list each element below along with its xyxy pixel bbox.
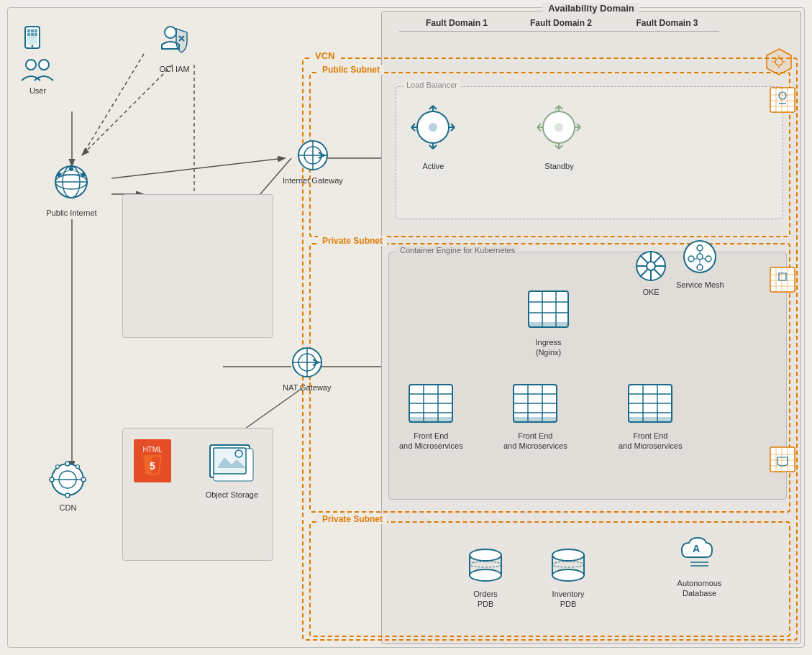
private-subnet-2-label: Private Subnet	[318, 514, 387, 524]
fault-domain-3-header: Fault Domain 3	[615, 18, 719, 32]
front-end-2-label: Front End and Microservices	[503, 431, 567, 452]
inventory-pdb-label: Inventory PDB	[552, 589, 584, 610]
object-storage-container: HTML 5 Object Storage	[122, 428, 273, 561]
container-engine-box: Container Engine for Kubernetes	[388, 252, 787, 500]
image-storage-icon	[206, 439, 257, 490]
front-end-3-label: Front End and Microservices	[619, 431, 683, 452]
front-end-3-icon	[625, 381, 675, 428]
autonomous-db-icon-box: A Autonomous Database	[676, 532, 723, 599]
container-engine-label: Container Engine for Kubernetes	[396, 246, 519, 255]
cdn-label: CDN	[60, 503, 77, 513]
load-balancer-standby-icon-box: Standby	[532, 101, 586, 171]
security-services-box	[122, 194, 273, 338]
inventory-pdb-icon-box: Inventory PDB	[547, 546, 590, 610]
user-device-icon	[22, 25, 54, 58]
top-right-hex-icon	[764, 47, 794, 77]
inventory-pdb-icon	[547, 546, 590, 586]
svg-point-144	[552, 569, 584, 581]
svg-rect-74	[214, 448, 246, 474]
svg-point-33	[165, 27, 176, 38]
public-subnet-label: Public Subnet	[318, 65, 384, 75]
svg-text:5: 5	[150, 460, 155, 472]
svg-rect-109	[529, 291, 568, 327]
orders-pdb-icon	[464, 546, 507, 586]
right-badge-middle	[769, 266, 796, 296]
internet-gateway-icon-box: Internet Gateway	[283, 138, 343, 185]
svg-rect-29	[31, 33, 34, 36]
public-internet-label: Public Internet	[46, 208, 96, 218]
object-storage-label: Object Storage	[206, 490, 258, 500]
svg-point-86	[429, 123, 437, 132]
front-end-3-icon-box: Front End and Microservices	[619, 381, 683, 452]
svg-rect-25	[27, 29, 30, 32]
svg-rect-114	[529, 322, 568, 327]
svg-marker-172	[767, 49, 791, 75]
service-mesh-label: Service Mesh	[676, 280, 724, 290]
public-internet-icon	[45, 162, 99, 205]
cdn-icon	[45, 460, 91, 500]
svg-point-139	[470, 569, 501, 581]
right-badge-top	[769, 86, 796, 116]
svg-point-83	[56, 465, 60, 469]
svg-rect-128	[514, 417, 557, 422]
nat-gateway-icon	[290, 345, 324, 380]
internet-gateway-icon	[296, 138, 330, 173]
svg-point-82	[50, 477, 54, 482]
svg-point-31	[26, 60, 36, 70]
svg-rect-158	[770, 267, 795, 292]
svg-point-32	[39, 60, 49, 70]
svg-point-80	[81, 477, 86, 482]
html5-badge: HTML 5	[134, 439, 171, 482]
internet-gateway-label: Internet Gateway	[283, 175, 343, 185]
public-internet-icon-box: Public Internet	[45, 162, 99, 218]
object-storage-icon-box: Object Storage	[206, 439, 258, 500]
svg-text:A: A	[693, 543, 700, 554]
oci-iam-icon	[155, 22, 194, 61]
svg-rect-28	[27, 33, 30, 36]
oci-iam-icon-box: OCI IAM	[155, 22, 194, 74]
ingress-label: Ingress (Nginx)	[535, 337, 561, 358]
load-balancer-label: Load Balancer	[403, 81, 460, 89]
cdn-icon-box: CDN	[45, 460, 91, 513]
availability-domain-label: Availability Domain	[542, 3, 639, 14]
svg-rect-121	[409, 417, 452, 422]
oke-icon	[633, 248, 669, 284]
fault-domain-1-header: Fault Domain 1	[399, 18, 514, 32]
svg-point-81	[65, 493, 70, 498]
svg-rect-149	[770, 88, 795, 112]
orders-pdb-icon-box: Orders PDB	[464, 546, 507, 610]
front-end-1-icon-box: Front End and Microservices	[399, 381, 463, 452]
service-mesh-icon	[680, 237, 720, 277]
front-end-2-icon	[510, 381, 560, 428]
svg-rect-27	[35, 29, 37, 32]
users-group-icon	[18, 58, 58, 83]
svg-point-145	[552, 562, 584, 567]
svg-point-88	[555, 123, 563, 132]
front-end-2-icon-box: Front End and Microservices	[503, 381, 567, 452]
user-label: User	[29, 86, 46, 96]
autonomous-db-label: Autonomous Database	[678, 578, 722, 599]
user-icon-box: User	[18, 25, 58, 96]
right-badge-middle-icon	[769, 266, 796, 293]
ingress-icon	[525, 288, 572, 334]
svg-point-136	[470, 549, 501, 561]
vcn-label: VCN	[311, 50, 339, 61]
svg-rect-165	[770, 447, 795, 472]
nat-gateway-label: NAT Gateway	[283, 383, 331, 393]
standby-label: Standby	[544, 161, 573, 171]
load-balancer-active-icon-box: Active	[406, 101, 460, 171]
nat-gateway-icon-box: NAT Gateway	[283, 345, 331, 393]
orders-pdb-label: Orders PDB	[473, 589, 498, 610]
load-balancer-active-icon	[406, 101, 460, 158]
svg-rect-135	[629, 417, 672, 422]
autonomous-db-icon: A	[676, 532, 723, 575]
svg-rect-30	[35, 33, 37, 36]
right-badge-top-icon	[769, 86, 796, 114]
oci-iam-label: OCI IAM	[159, 64, 189, 74]
diagram-container: Availability Domain Fault Domain 1 Fault…	[0, 0, 812, 655]
svg-point-79	[65, 462, 70, 466]
svg-rect-26	[31, 29, 34, 32]
right-badge-bottom	[769, 446, 796, 476]
private-subnet-1-label: Private Subnet	[318, 236, 387, 246]
service-mesh-icon-box: Service Mesh	[676, 237, 724, 290]
